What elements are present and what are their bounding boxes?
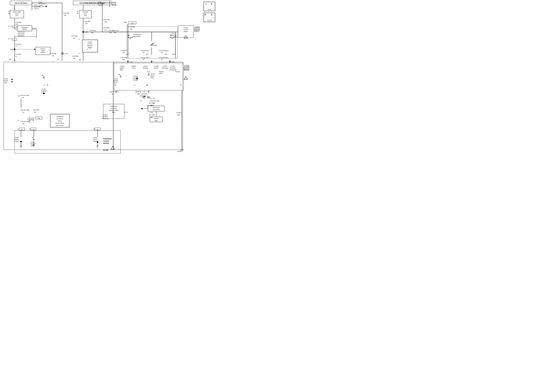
svg-text:D7: D7 — [77, 11, 79, 12]
svg-text:Vehicle: Vehicle — [93, 137, 98, 139]
svg-text:Cruise: Cruise — [154, 65, 159, 67]
svg-text:A: A — [8, 25, 9, 27]
svg-text:Power: Power — [34, 4, 38, 6]
svg-text:Body: Body — [155, 120, 158, 121]
svg-text:(PCM): (PCM) — [103, 149, 108, 151]
svg-text:Accessory: Accessory — [111, 108, 117, 109]
svg-text:O  C: O C — [208, 9, 211, 10]
svg-text:STOP LAMP: STOP LAMP — [13, 11, 21, 13]
svg-text:Ign: Ign — [32, 137, 34, 138]
svg-text:Junction Block: Junction Block — [55, 122, 64, 124]
svg-text:Cruise: Cruise — [42, 88, 46, 90]
svg-text:85: 85 — [34, 111, 36, 113]
svg-text:Block: Block — [112, 112, 115, 113]
svg-text:!: ! — [113, 147, 113, 149]
svg-text:Release: Release — [143, 67, 148, 69]
svg-text:0.35: 0.35 — [150, 100, 153, 102]
svg-text:0.35 PNK: 0.35 PNK — [112, 30, 119, 31]
svg-text:0.35 PNK: 0.35 PNK — [63, 12, 69, 14]
svg-text:Cruise: Cruise — [4, 78, 8, 80]
svg-text:84: 84 — [143, 59, 144, 60]
svg-text:72: 72 — [17, 128, 19, 130]
svg-text:0.35 PNK: 0.35 PNK — [71, 35, 78, 37]
svg-text:F: F — [58, 58, 59, 60]
svg-text:86: 86 — [73, 57, 75, 59]
svg-text:A15: A15 — [164, 54, 167, 55]
svg-text:A12: A12 — [126, 54, 129, 55]
svg-point-386 — [130, 38, 130, 39]
svg-text:Input: Input — [150, 77, 154, 78]
svg-text:Cell 110: Cell 110 — [40, 52, 45, 53]
svg-text:Accelerate): Accelerate) — [171, 36, 177, 38]
svg-text:Power: Power — [38, 1, 42, 3]
svg-text:WHT: WHT — [137, 93, 140, 95]
svg-text:J: J — [18, 119, 19, 121]
svg-text:Speed: Speed — [150, 75, 154, 77]
svg-text:0.5 WHT: 0.5 WHT — [15, 43, 21, 45]
svg-text:Control: Control — [183, 29, 188, 30]
svg-text:Brake: Brake — [121, 65, 124, 67]
svg-text:Cruise: Cruise — [143, 65, 148, 67]
svg-text:0.35 PNK: 0.35 PNK — [103, 19, 110, 21]
svg-text:0.35 PNK: 0.35 PNK — [50, 53, 57, 54]
svg-text:Switch: Switch — [194, 30, 199, 32]
svg-text:739: 739 — [104, 21, 107, 23]
svg-text:Cell 10: Cell 10 — [34, 8, 39, 9]
svg-text:Hot At All Times: Hot At All Times — [15, 2, 27, 4]
svg-text:Powertrain: Powertrain — [103, 138, 112, 140]
svg-text:83: 83 — [22, 111, 24, 113]
svg-text:Distribution: Distribution — [97, 3, 104, 5]
svg-text:Control: Control — [194, 28, 200, 30]
svg-text:Stepper: Stepper — [159, 71, 164, 72]
svg-text:D1: D1 — [153, 97, 155, 99]
svg-text:D: D — [205, 14, 206, 16]
svg-text:C1: C1 — [21, 129, 23, 130]
svg-text:Engaged: Engaged — [41, 90, 47, 92]
svg-text:0.5 ORN: 0.5 ORN — [15, 21, 21, 23]
svg-text:87: 87 — [161, 59, 163, 60]
svg-text:Cruise: Cruise — [184, 27, 188, 29]
svg-text:Output: Output — [133, 79, 137, 81]
svg-text:!: ! — [186, 37, 186, 38]
svg-text:H: H — [115, 84, 116, 86]
svg-text:Module: Module — [103, 142, 109, 144]
svg-text:Release: Release — [87, 45, 93, 46]
svg-text:397: 397 — [122, 59, 125, 60]
svg-text:S: S — [211, 14, 212, 16]
svg-text:C2: C2 — [140, 100, 142, 102]
svg-text:0.35 GRY: 0.35 GRY — [121, 57, 127, 58]
svg-text:0.35 DK BLU: 0.35 DK BLU — [141, 50, 149, 51]
svg-rect-0 — [0, 0, 219, 157]
svg-text:DK GRN: DK GRN — [142, 93, 147, 95]
svg-text:Ign: Ign — [42, 75, 43, 76]
svg-text:C1: C1 — [10, 38, 12, 40]
svg-text:Cruise: Cruise — [114, 78, 118, 80]
svg-text:0.35 GRY/BLK: 0.35 GRY/BLK — [159, 50, 169, 51]
svg-text:E S C: E S C — [207, 20, 212, 21]
svg-text:Cruise: Cruise — [171, 65, 175, 67]
svg-text:389: 389 — [150, 105, 153, 106]
svg-text:0.35: 0.35 — [138, 91, 141, 92]
svg-text:85: 85 — [29, 119, 31, 121]
svg-text:On/Off: On/Off — [154, 67, 158, 69]
svg-text:Switch: Switch — [22, 28, 27, 30]
svg-text:Fuse: Fuse — [84, 13, 87, 15]
svg-text:Disable: Disable — [14, 138, 19, 140]
svg-text:Engine: Engine — [103, 114, 107, 116]
svg-text:Motor: Motor — [159, 73, 163, 74]
svg-text:Exterior: Exterior — [41, 48, 45, 50]
svg-point-280 — [43, 93, 45, 94]
svg-text:C1: C1 — [14, 27, 15, 28]
svg-text:Power: Power — [98, 1, 102, 3]
svg-text:Control: Control — [103, 140, 109, 142]
svg-text:0.8 BLK: 0.8 BLK — [176, 112, 182, 113]
svg-text:739: 739 — [91, 32, 93, 34]
svg-text:Speed: Speed — [93, 139, 97, 140]
svg-text:0.35 GRY: 0.35 GRY — [121, 50, 127, 51]
svg-text:!: ! — [186, 78, 186, 79]
svg-text:Input: Input — [4, 82, 7, 84]
svg-text:Switch: Switch — [184, 31, 188, 32]
svg-text:0.35 WHT: 0.35 WHT — [33, 109, 39, 111]
svg-text:0.35 DK GRN: 0.35 DK GRN — [20, 95, 29, 96]
svg-text:Cell 10: Cell 10 — [98, 5, 102, 6]
